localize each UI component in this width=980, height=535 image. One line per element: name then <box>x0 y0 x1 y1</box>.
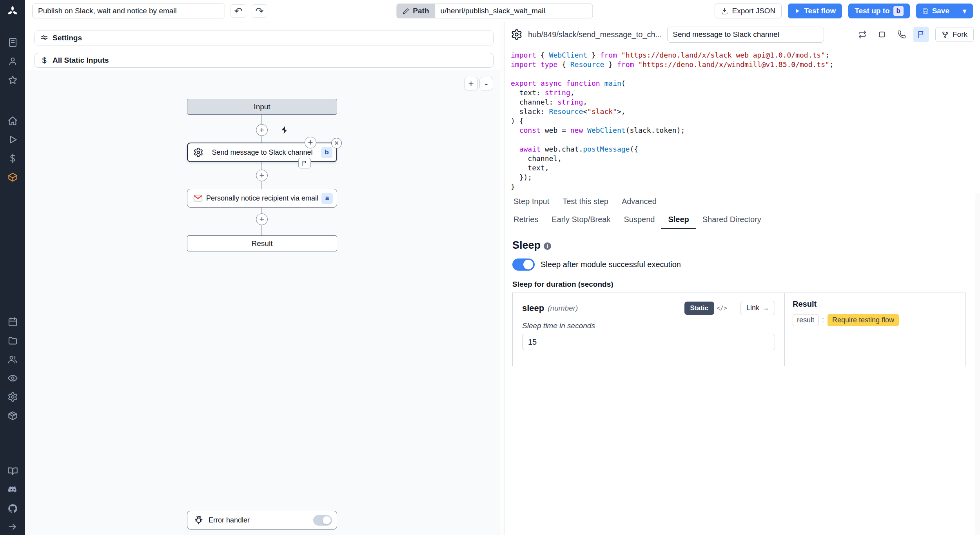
topbar-actions: Export JSON Test flow Test up to b Save … <box>715 4 973 18</box>
reload-script-button[interactable] <box>855 27 870 42</box>
save-label: Save <box>932 7 949 15</box>
code-editor[interactable]: import { WebClient } from "https://deno.… <box>505 47 980 193</box>
windmill-logo-icon[interactable] <box>0 0 25 23</box>
save-group: Save ▾ <box>916 4 973 18</box>
tab-retries[interactable]: Retries <box>507 211 545 229</box>
sidebar-item-workers[interactable] <box>0 406 25 425</box>
square-icon <box>878 30 886 39</box>
static-mode-button[interactable]: Static <box>684 302 714 315</box>
sleep-config-left: sleep (number) Static </> Link → <box>513 293 785 366</box>
add-step-button-3[interactable]: + <box>256 213 268 225</box>
static-inputs-bar[interactable]: $ All Static Inputs <box>34 53 494 68</box>
tab-test-this-step[interactable]: Test this step <box>556 193 615 211</box>
flow-canvas[interactable]: + - Input + <box>25 70 500 535</box>
arrow-right-icon: → <box>762 304 769 312</box>
flag-icon <box>301 160 308 166</box>
zoom-in-button[interactable]: + <box>464 77 478 90</box>
sidebar-item-docs[interactable] <box>0 461 25 480</box>
sidebar-expand-button[interactable] <box>0 519 25 535</box>
undo-button[interactable]: ↶ <box>230 4 246 18</box>
path-group: Path <box>396 4 593 18</box>
sidebar-item-resources[interactable] <box>0 168 25 186</box>
zoom-controls: + - <box>464 77 493 90</box>
test-flow-button[interactable]: Test flow <box>788 4 842 18</box>
export-json-button[interactable]: Export JSON <box>715 4 782 18</box>
panel-splitter[interactable] <box>500 22 505 535</box>
scrollbar-track[interactable] <box>975 193 980 535</box>
node-email-step[interactable]: Personally notice recipient via email a <box>187 189 337 208</box>
sidebar-item-user[interactable] <box>0 52 25 70</box>
insert-step-button[interactable]: + <box>305 137 316 148</box>
sidebar-item-discord[interactable] <box>0 480 25 499</box>
sidebar-item-runs[interactable] <box>0 33 25 52</box>
sidebar-item-runs-play[interactable] <box>0 130 25 149</box>
save-dropdown-button[interactable]: ▾ <box>956 4 973 18</box>
sleep-toggle-row: Sleep after module successful execution <box>512 258 966 271</box>
sleep-duration-label: Sleep for duration (seconds) <box>512 280 966 289</box>
code-line: ) { <box>511 116 980 126</box>
link-result-button[interactable]: Link → <box>740 301 775 315</box>
tab-suspend[interactable]: Suspend <box>617 211 661 229</box>
path-edit-button[interactable]: Path <box>396 4 435 18</box>
node-email-id-badge: a <box>321 193 333 204</box>
code-line: import type { Resource } from "https://d… <box>511 60 980 69</box>
tab-shared-directory[interactable]: Shared Directory <box>696 211 768 229</box>
zoom-out-button[interactable]: - <box>479 77 493 90</box>
sleep-config-box: sleep (number) Static </> Link → <box>512 293 966 366</box>
static-inputs-bar-label: All Static Inputs <box>53 56 109 65</box>
sleep-input-hint: Sleep time in seconds <box>522 322 775 330</box>
sidebar-item-favorites[interactable] <box>0 70 25 89</box>
tab-advanced[interactable]: Advanced <box>615 193 663 211</box>
editor-header-actions: Fork <box>855 27 974 42</box>
node-error-handler[interactable]: Error handler <box>187 511 337 530</box>
path-input[interactable] <box>436 4 593 18</box>
git-fork-icon <box>942 31 949 38</box>
flow-name-input[interactable] <box>32 4 225 18</box>
sidebar-item-github[interactable] <box>0 499 25 518</box>
step-summary-input[interactable] <box>667 27 824 43</box>
tab-early-stop-break[interactable]: Early Stop/Break <box>545 211 617 229</box>
add-step-button-2[interactable]: + <box>256 170 268 181</box>
code-mode-button[interactable]: </> <box>714 302 730 314</box>
tab-sleep[interactable]: Sleep <box>661 211 695 229</box>
main-column: ↶ ↷ Path Export JSON Test flow <box>25 0 980 535</box>
fork-button[interactable]: Fork <box>935 27 974 42</box>
code-line: }); <box>511 173 980 182</box>
sidebar-item-schedules[interactable] <box>0 312 25 331</box>
sidebar-item-groups[interactable] <box>0 350 25 369</box>
error-handler-toggle[interactable] <box>313 515 332 526</box>
sleep-enabled-toggle[interactable] <box>512 258 535 271</box>
test-up-to-button[interactable]: Test up to b <box>848 4 909 18</box>
tab-step-input[interactable]: Step Input <box>507 193 556 211</box>
flag-toggle-button[interactable] <box>913 27 929 42</box>
add-step-button-1[interactable]: + <box>256 124 268 136</box>
bug-icon <box>194 515 204 525</box>
sidebar-item-settings[interactable] <box>0 387 25 406</box>
node-error-label: Error handler <box>209 516 250 524</box>
webhook-button[interactable] <box>894 27 909 42</box>
step-flag-button[interactable] <box>298 158 311 168</box>
trigger-zap-button[interactable] <box>278 124 291 136</box>
code-line: await web.chat.postMessage({ <box>511 145 980 154</box>
stop-button[interactable] <box>874 27 890 42</box>
test-up-to-step-badge: b <box>893 6 904 16</box>
close-icon: × <box>334 139 339 148</box>
info-icon[interactable]: i <box>544 242 551 250</box>
plus-icon: + <box>260 125 265 135</box>
code-line: text, <box>511 163 980 173</box>
save-button[interactable]: Save <box>916 4 956 18</box>
sidebar-item-home[interactable] <box>0 111 25 130</box>
delete-step-button[interactable]: × <box>331 138 342 148</box>
node-input[interactable]: Input <box>187 99 337 115</box>
sidebar-item-audit[interactable] <box>0 369 25 387</box>
code-line: slack: Resource<"slack">, <box>511 107 980 116</box>
sidebar-item-variables[interactable] <box>0 149 25 168</box>
sleep-toggle-label: Sleep after module successful execution <box>541 260 681 269</box>
redo-button[interactable]: ↷ <box>252 4 267 18</box>
sleep-seconds-input[interactable] <box>522 334 775 350</box>
result-colon: : <box>822 316 824 324</box>
sidebar-item-folders[interactable] <box>0 331 25 350</box>
node-result[interactable]: Result <box>187 235 337 251</box>
settings-bar[interactable]: Settings <box>34 31 494 45</box>
dollar-icon: $ <box>40 56 48 65</box>
